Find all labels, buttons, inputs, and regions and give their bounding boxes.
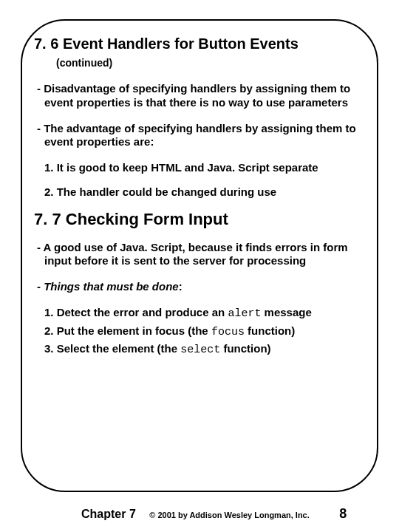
- step-1: 1. Detect the error and produce an alert…: [44, 306, 365, 321]
- step-2-code: focus: [211, 326, 245, 338]
- step-2: 2. Put the element in focus (the focus f…: [44, 324, 365, 340]
- step-3-code: select: [180, 344, 220, 356]
- step-3-a: 3. Select the element (the: [44, 342, 180, 355]
- step-3: 3. Select the element (the select functi…: [44, 342, 365, 358]
- step-3-b: function): [220, 342, 270, 355]
- step-2-a: 2. Put the element in focus (the: [44, 324, 211, 337]
- advantage-point-1: 1. It is good to keep HTML and Java. Scr…: [44, 161, 365, 175]
- must-be-done-line: - Things that must be done:: [37, 280, 365, 294]
- page-number: 8: [339, 506, 347, 522]
- step-1-b: message: [261, 306, 311, 318]
- must-prefix: -: [37, 280, 44, 293]
- must-label: Things that must be done: [44, 280, 179, 293]
- advantage-intro: - The advantage of specifying handlers b…: [37, 122, 365, 150]
- step-1-a: 1. Detect the error and produce an: [44, 306, 228, 318]
- advantage-point-2: 2. The handler could be changed during u…: [44, 185, 365, 200]
- step-1-code: alert: [228, 307, 261, 320]
- copyright-text: © 2001 by Addison Wesley Longman, Inc.: [149, 511, 310, 519]
- chapter-label: Chapter 7: [81, 508, 136, 521]
- section-7-6-title: 7. 6 Event Handlers for Button Events: [34, 35, 365, 52]
- footer: Chapter 7 © 2001 by Addison Wesley Longm…: [0, 506, 399, 522]
- must-suffix: :: [179, 280, 183, 293]
- continued-label: (continued): [56, 57, 365, 69]
- disadvantage-text: - Disadvantage of specifying handlers by…: [37, 82, 365, 110]
- slide-frame: 7. 6 Event Handlers for Button Events (c…: [21, 19, 378, 492]
- step-2-b: function): [245, 324, 295, 337]
- section-7-7-title: 7. 7 Checking Form Input: [34, 210, 365, 229]
- good-use-text: - A good use of Java. Script, because it…: [37, 241, 365, 269]
